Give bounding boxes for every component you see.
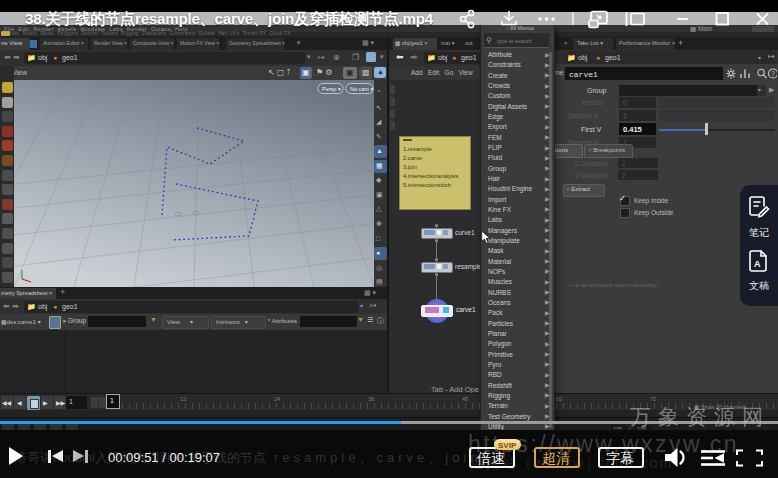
svg-text:?: ?	[771, 70, 775, 77]
svg-text:Persp ▾: Persp ▾	[322, 86, 341, 92]
svg-text:No cam ▾: No cam ▾	[350, 86, 373, 92]
svg-text:A: A	[754, 259, 761, 269]
